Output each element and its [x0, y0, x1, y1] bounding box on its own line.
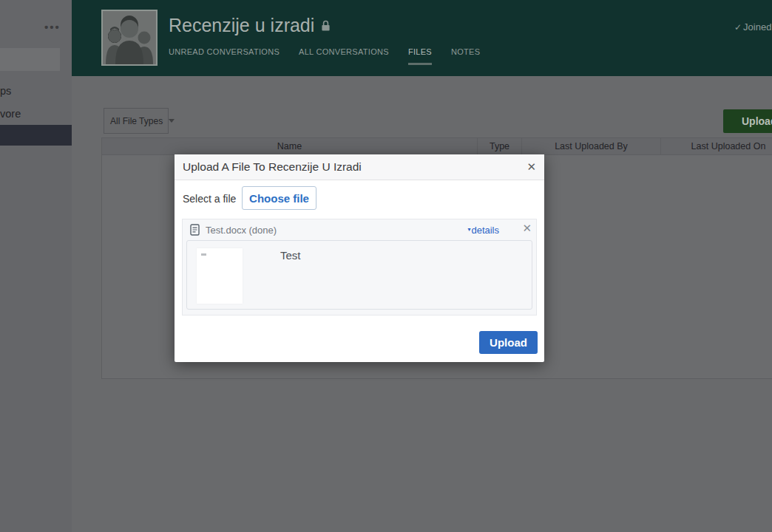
modal-upload-button[interactable]: Upload [479, 331, 538, 354]
modal-titlebar: Upload A File To Recenzije U Izradi ✕ [175, 154, 544, 180]
document-icon [190, 224, 200, 236]
group-avatar-image [103, 11, 156, 64]
group-title: Recenzije u izradi [169, 15, 314, 36]
upload-file-button[interactable]: Upload [723, 109, 772, 133]
more-options-icon[interactable]: ••• [44, 21, 61, 33]
joined-button[interactable]: ✓ Joined [734, 21, 771, 33]
uploaded-file-name: Test.docx (done) [206, 225, 277, 236]
sidebar-selected-group-row[interactable] [0, 125, 72, 146]
group-header: Recenzije u izradi UNREAD CONVERSATIONS … [72, 0, 772, 76]
sidebar-search-input[interactable] [0, 48, 60, 71]
tab-unread-conversations[interactable]: UNREAD CONVERSATIONS [169, 47, 280, 56]
left-sidebar: ••• ps vore [0, 0, 72, 532]
group-tabs: UNREAD CONVERSATIONS ALL CONVERSATIONS F… [169, 47, 480, 56]
column-header-last-uploaded-on[interactable]: Last Uploaded On [660, 138, 772, 154]
column-header-name[interactable]: Name [102, 138, 477, 154]
joined-label: Joined [743, 21, 771, 33]
tab-notes[interactable]: NOTES [451, 47, 480, 56]
check-icon: ✓ [734, 22, 742, 33]
column-header-last-uploaded-by[interactable]: Last Uploaded By [521, 138, 660, 154]
upload-file-modal: Upload A File To Recenzije U Izradi ✕ Se… [175, 154, 544, 362]
modal-title: Upload A File To Recenzije U Izradi [183, 154, 362, 180]
select-file-label: Select a file [183, 193, 236, 205]
close-icon[interactable]: ✕ [526, 160, 536, 174]
uploaded-file-panel: Test.docx (done) ▾details ✕ Test [182, 219, 537, 316]
file-preview-thumbnail [197, 248, 243, 304]
file-type-filter-label: All File Types [110, 116, 163, 126]
file-details-box: Test [186, 240, 532, 310]
column-header-type[interactable]: Type [477, 138, 521, 154]
files-table-header: Name Type Last Uploaded By Last Uploaded… [102, 138, 772, 155]
details-caret-icon: ▾ [467, 226, 470, 233]
lock-icon [321, 20, 331, 32]
tab-all-conversations[interactable]: ALL CONVERSATIONS [299, 47, 389, 56]
choose-file-button[interactable]: Choose file [242, 186, 316, 210]
details-label: details [471, 225, 499, 236]
details-link[interactable]: ▾details [467, 225, 499, 236]
group-avatar [101, 10, 158, 66]
sidebar-item-fragment-ps[interactable]: ps [0, 85, 11, 97]
file-preview-title: Test [280, 249, 301, 262]
uploaded-file-row: Test.docx (done) ▾details ✕ [183, 219, 536, 240]
remove-file-icon[interactable]: ✕ [522, 222, 532, 235]
thumbnail-text-mark [201, 253, 206, 256]
sidebar-item-fragment-vore[interactable]: vore [0, 108, 21, 120]
chevron-down-icon [169, 119, 175, 123]
tab-files[interactable]: FILES [408, 47, 432, 56]
file-type-filter-dropdown[interactable]: All File Types [104, 108, 169, 134]
